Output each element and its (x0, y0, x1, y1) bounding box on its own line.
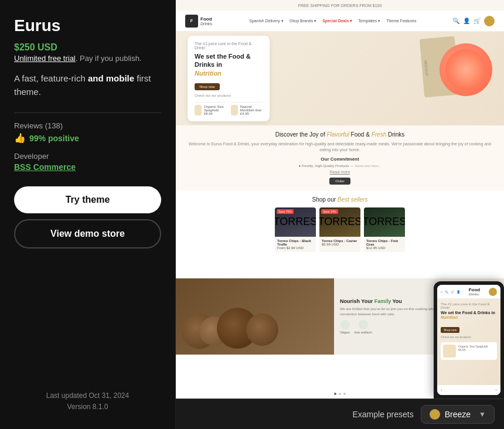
mock-grapefruit-inner (445, 49, 486, 90)
mock-products-row: Save 70% TORRES Torres Chips - Black Tru… (188, 207, 492, 252)
mock-hero-products: Organic Sea Spaghetti €8.95 Natural Monk… (195, 102, 263, 115)
mock-hero-card: The #1 juice cure in the Food & Drink! W… (188, 36, 270, 121)
mock-mobile-device: ≡🔍🛒👤 Food Drinks. The #1 juice cure in t… (434, 281, 504, 399)
mock-nav-link-2[interactable]: Shop Brands ▾ (290, 19, 316, 23)
developer-label: Developer (14, 152, 161, 161)
mock-mobile-prev[interactable]: ‹ (441, 387, 442, 393)
mock-hero-small-text: The #1 juice cure in the Food & Drink! (195, 42, 263, 50)
update-info: Last updated Oct 31, 2024 Version 8.1.0 (14, 390, 161, 413)
try-theme-button[interactable]: Try theme (14, 186, 161, 213)
theme-preview: FREE SHIPPING FOR ORDERS FROM $100 F Foo… (176, 0, 504, 399)
mock-cookies-image (176, 278, 334, 355)
example-presets-label: Example presets (352, 410, 413, 419)
mock-mobile-arrows: ‹ › (437, 385, 500, 395)
mock-hero-h1: We set the Food & Drinks in Nutrition (195, 52, 263, 77)
mock-mobile-shop-btn[interactable]: Shop now (441, 327, 459, 333)
mock-grapefruit (440, 43, 492, 96)
reviews-section: Reviews (138) 👍 99% positive (14, 121, 161, 144)
mock-hero-check: Check out our products (195, 94, 263, 97)
tagline: A fast, feature-rich and mobile first th… (14, 72, 161, 98)
search-icon[interactable]: 🔍 (452, 18, 459, 24)
free-trial-line: Unlimited free trial. Pay if you publish… (14, 54, 161, 63)
mock-discover-text: Welcome to Eurus Food & Drinks, your eve… (188, 141, 492, 153)
mock-badge-2: Save 14% (321, 209, 338, 214)
mock-product-card-3: TORRES Torres Chips - Foie Gras $12.95 U… (364, 207, 405, 252)
mock-product-name-1: Torres Chips - Black Truffe (277, 239, 314, 246)
mock-hero-product-img-2 (231, 105, 238, 115)
cookie-4 (246, 314, 278, 346)
view-demo-button[interactable]: View demo store (14, 219, 161, 248)
mock-vegan-icon (340, 320, 350, 329)
mock-mobile-product-price-1: €8.95 (458, 348, 488, 352)
mock-mobile-screen: ≡🔍🛒👤 Food Drinks. The #1 juice cure in t… (437, 285, 500, 395)
mock-product-info-1: Torres Chips - Black Truffe From $2.99 U… (275, 237, 316, 252)
mock-product-name-3: Torres Chips - Foie Gras (366, 239, 403, 246)
mock-hero-shop-btn[interactable]: Shop now (195, 83, 220, 90)
mock-mobile-product-info-1: Organic Sea Spaghetti €8.95 (458, 345, 488, 358)
divider (14, 113, 161, 113)
mock-nourish-accent: Family (374, 298, 391, 304)
mock-mobile-next[interactable]: › (495, 387, 497, 393)
mock-commitment-title: Our Commitment (188, 156, 492, 162)
mock-product-info-2: Torres Chips - Caviar $5.99 USD (319, 237, 360, 248)
mock-product-name-2: Torres Chips - Caviar (322, 239, 358, 243)
scroll-dot-3 (343, 393, 346, 395)
mock-discover-accent2: Fresh (372, 131, 387, 138)
mock-mobile-logo-drinks: Drinks. (469, 292, 481, 296)
mock-bestsellers-title: Shop our Best sellers (188, 196, 492, 203)
cart-icon[interactable]: 🛒 (474, 18, 481, 24)
mock-product-price-3: $12.95 USD (366, 246, 403, 250)
mock-badge-1: Save 70% (277, 209, 294, 214)
mock-read-more[interactable]: Read more (188, 170, 492, 174)
preset-name: Breeze (445, 410, 471, 419)
mock-nav-links: Spanish Delivery ▾ Shop Brands ▾ Special… (249, 19, 416, 23)
mock-hero-accent: Nutrition (195, 70, 222, 77)
product-price-1: €8.95 (204, 112, 227, 115)
preview-container: FREE SHIPPING FOR ORDERS FROM $100 F Foo… (176, 0, 504, 399)
mock-discover: Discover the Joy of Flavorful Food & Fre… (176, 125, 504, 190)
free-trial-link[interactable]: Unlimited free trial (14, 54, 76, 63)
mock-discover-accent1: Flavorful (326, 131, 349, 138)
developer-link[interactable]: BSS Commerce (14, 162, 76, 172)
user-avatar (484, 16, 495, 26)
mock-logo-icon-letter: F (190, 19, 193, 23)
commitment-item-1: ● Freshly, High-Quality Products — Some … (298, 164, 381, 168)
mock-site: FREE SHIPPING FOR ORDERS FROM $100 F Foo… (176, 0, 504, 399)
mock-nav-link-4[interactable]: Templates ▾ (358, 19, 380, 23)
mock-mobile-nav: ≡🔍🛒👤 Food Drinks. (437, 285, 500, 299)
thumbs-up-icon: 👍 (14, 132, 26, 144)
updated-label: Last updated Oct 31, 2024 (14, 390, 161, 401)
mock-mobile-hero-h1: We set the Food & Drinks in Nutrition (441, 311, 497, 321)
reviews-positive: 99% positive (29, 134, 79, 143)
mock-nav-link-5[interactable]: Theme Features (386, 19, 416, 23)
mock-bottom: Nourish Your Family You We are thrilled … (176, 278, 504, 355)
account-icon[interactable]: 👤 (463, 18, 470, 24)
mock-product-img-1: Save 70% TORRES (275, 207, 316, 237)
mock-mobile-product-1: Organic Sea Spaghetti €8.95 (441, 342, 497, 360)
mock-mobile-avatar (489, 288, 497, 296)
mock-hero-product-2: Natural Monkfish liver €4.95 (231, 102, 263, 115)
mock-nav-link-3[interactable]: Special Deals ▾ (322, 19, 352, 23)
mock-hero: The #1 juice cure in the Food & Drink! W… (176, 32, 504, 125)
mock-nav-link-1[interactable]: Spanish Delivery ▾ (249, 19, 283, 23)
product-name-1: Organic Sea Spaghetti (204, 105, 227, 112)
mock-nav-icons: 🔍 👤 🛒 (452, 16, 495, 26)
mock-torres-1: TORRES (275, 216, 316, 228)
positive-row: 👍 99% positive (14, 132, 161, 144)
product-price-2: €4.95 (240, 112, 263, 115)
mock-logo-drinks: Drinks. (200, 22, 213, 26)
mock-order-btn[interactable]: Order (329, 178, 350, 185)
mock-mobile-product-img-1 (443, 345, 456, 358)
mock-commitment-items: ● Freshly, High-Quality Products — Some … (188, 164, 492, 168)
price: $250 USD (14, 42, 161, 53)
mock-hero-product-info-2: Natural Monkfish liver €4.95 (240, 105, 263, 115)
mock-nav: F Food Drinks. Spanish Delivery ▾ Shop B… (176, 11, 504, 32)
mock-mobile-check: Check out our products (441, 335, 497, 339)
theme-title: Eurus (14, 16, 161, 35)
mock-bestsellers: Shop our Best sellers Save 70% TORRES To… (176, 190, 504, 278)
left-panel: Eurus $250 USD Unlimited free trial. Pay… (0, 0, 176, 429)
mock-mobile-hero-accent: Nutrition (441, 315, 458, 319)
right-panel: FREE SHIPPING FOR ORDERS FROM $100 F Foo… (176, 0, 504, 429)
preset-dropdown[interactable]: Breeze ▼ (421, 405, 495, 424)
chevron-down-icon: ▼ (479, 410, 486, 418)
